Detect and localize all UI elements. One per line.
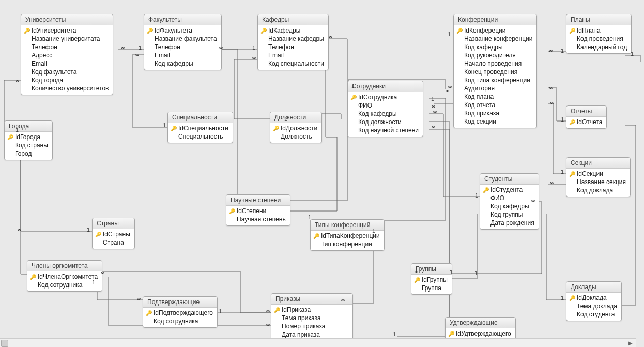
field[interactable]: Код секции: [454, 117, 536, 126]
field[interactable]: Страна: [93, 238, 134, 247]
field[interactable]: Телефон: [144, 43, 221, 51]
scrollbar-thumb[interactable]: [1, 340, 8, 347]
field[interactable]: Конец проведения: [454, 68, 536, 76]
primary-key-field[interactable]: 🔑IdДолжности: [270, 124, 321, 132]
table-title[interactable]: Сотрудники: [348, 81, 423, 92]
scrollbar-right-arrow[interactable]: ▶: [626, 339, 635, 347]
table-universities[interactable]: Университеты🔑IdУниверситетаНазвание унив…: [21, 14, 113, 95]
primary-key-field[interactable]: 🔑IdСтраны: [93, 230, 134, 238]
table-title[interactable]: Университеты: [21, 14, 113, 25]
table-reports[interactable]: Отчеты🔑IdОтчета: [566, 105, 607, 129]
field[interactable]: Научная степень: [226, 215, 290, 223]
table-countries[interactable]: Страны🔑IdСтраныСтрана: [92, 218, 135, 249]
table-title[interactable]: Подтверждающие: [143, 297, 217, 308]
table-title[interactable]: Приказы: [271, 294, 352, 305]
horizontal-scrollbar[interactable]: ▶: [0, 338, 636, 347]
field[interactable]: Должность: [270, 132, 321, 141]
field[interactable]: Дата рождения: [480, 219, 539, 227]
field[interactable]: Код факультета: [21, 68, 113, 76]
field[interactable]: Email: [258, 51, 328, 59]
table-sections[interactable]: Секции🔑IdСекцииНазвание секцияКод доклад…: [566, 157, 631, 197]
field[interactable]: Код кафедры: [348, 110, 423, 118]
field[interactable]: Код приказа: [454, 109, 536, 117]
table-title[interactable]: Секции: [566, 158, 630, 169]
field[interactable]: Код плана: [454, 93, 536, 101]
primary-key-field[interactable]: 🔑IdГорода: [5, 133, 52, 141]
field[interactable]: ФИО: [348, 101, 423, 110]
table-title[interactable]: Планы: [566, 14, 631, 25]
field[interactable]: Email: [144, 51, 221, 59]
table-plans[interactable]: Планы🔑IdПланаКод проведенияКалендарный г…: [566, 14, 632, 54]
table-degrees[interactable]: Научные степени🔑IdСтепениНаучная степень: [226, 194, 290, 226]
table-title[interactable]: Факультеты: [144, 14, 221, 25]
primary-key-field[interactable]: 🔑IdТипаКонференции: [311, 232, 384, 240]
table-positions[interactable]: Должности🔑IdДолжностиДолжность: [270, 112, 322, 143]
primary-key-field[interactable]: 🔑IdСотрудника: [348, 93, 423, 101]
field[interactable]: Код города: [21, 76, 113, 84]
field[interactable]: Название конференции: [454, 35, 536, 43]
field[interactable]: Код должности: [348, 118, 423, 126]
table-confirmers[interactable]: Подтверждающие🔑IdПодтверждающегоКод сотр…: [143, 296, 218, 328]
primary-key-field[interactable]: 🔑IdОтчета: [566, 118, 606, 126]
primary-key-field[interactable]: 🔑IdЧленаОргкомитета: [27, 273, 102, 281]
table-title[interactable]: Удтверждающие: [446, 318, 515, 328]
table-employees[interactable]: Сотрудники🔑IdСотрудникаФИОКод кафедрыКод…: [347, 81, 423, 137]
table-title[interactable]: Типы конференций: [311, 220, 384, 231]
table-title[interactable]: Страны: [93, 218, 134, 229]
field[interactable]: Начало проведения: [454, 59, 536, 68]
field[interactable]: Город: [5, 149, 52, 158]
table-title[interactable]: Должности: [270, 112, 321, 123]
field[interactable]: Телефон: [21, 43, 113, 51]
field[interactable]: Код группы: [480, 210, 539, 219]
field[interactable]: Код специальности: [258, 59, 328, 68]
field[interactable]: Код проведения: [566, 35, 631, 43]
primary-key-field[interactable]: 🔑IdСпециальности: [168, 124, 233, 132]
table-title[interactable]: Доклады: [566, 282, 621, 293]
primary-key-field[interactable]: 🔑IdСтудента: [480, 186, 539, 194]
field[interactable]: Название факультета: [144, 35, 221, 43]
table-title[interactable]: Научные степени: [226, 195, 290, 206]
primary-key-field[interactable]: 🔑IdСтепени: [226, 207, 290, 215]
table-title[interactable]: Группы: [411, 264, 452, 275]
field[interactable]: Тип конференции: [311, 240, 384, 248]
field[interactable]: Специальность: [168, 132, 233, 141]
primary-key-field[interactable]: 🔑IdПодтверждающего: [143, 309, 217, 317]
primary-key-field[interactable]: 🔑IdПлана: [566, 26, 631, 35]
primary-key-field[interactable]: 🔑IdУниверситета: [21, 26, 113, 35]
field[interactable]: Код кафедры: [480, 202, 539, 210]
field[interactable]: Название университата: [21, 35, 113, 43]
field[interactable]: Название секция: [566, 178, 630, 186]
primary-key-field[interactable]: 🔑IdГруппы: [411, 276, 452, 284]
field[interactable]: Группа: [411, 284, 452, 292]
field[interactable]: Дата приказа: [271, 330, 352, 339]
field[interactable]: Email: [21, 59, 113, 68]
table-papers[interactable]: Доклады🔑IdДокладаТема докладаКод студент…: [566, 281, 622, 321]
field[interactable]: Код кафедры: [144, 59, 221, 68]
table-groups[interactable]: Группы🔑IdГруппыГруппа: [411, 263, 452, 295]
table-students[interactable]: Студенты🔑IdСтудентаФИОКод кафедрыКод гру…: [480, 173, 539, 230]
table-cities[interactable]: Города🔑IdГородаКод страныГород: [4, 120, 53, 160]
field[interactable]: Код доклада: [566, 186, 630, 194]
primary-key-field[interactable]: 🔑IdДоклада: [566, 294, 621, 302]
primary-key-field[interactable]: 🔑IdКонфереции: [454, 26, 536, 35]
table-departments[interactable]: Кафедры🔑IdКафедрыНазвание кафедрыТелефон…: [257, 14, 329, 70]
table-title[interactable]: Города: [5, 121, 52, 132]
table-conftypes[interactable]: Типы конференций🔑IdТипаКонференцииТип ко…: [310, 219, 385, 251]
field[interactable]: Количество университетов: [21, 84, 113, 93]
field[interactable]: Телефон: [258, 43, 328, 51]
table-faculties[interactable]: Факультеты🔑IdФакультетаНазвание факульте…: [144, 14, 222, 70]
field[interactable]: Название кафедры: [258, 35, 328, 43]
table-committee[interactable]: Члены оргкомитета🔑IdЧленаОргкомитетаКод …: [27, 260, 102, 292]
table-conferences[interactable]: Конференции🔑IdКонферецииНазвание конфере…: [453, 14, 537, 128]
primary-key-field[interactable]: 🔑IdСекции: [566, 170, 630, 178]
field[interactable]: Код страны: [5, 141, 52, 149]
field[interactable]: Код отчета: [454, 101, 536, 109]
table-title[interactable]: Студенты: [480, 174, 539, 185]
table-title[interactable]: Конференции: [454, 14, 536, 25]
field[interactable]: Код научной степени: [348, 126, 423, 134]
table-title[interactable]: Специальности: [168, 112, 233, 123]
field[interactable]: Код сотрудника: [143, 317, 217, 325]
primary-key-field[interactable]: 🔑IdКафедры: [258, 26, 328, 35]
primary-key-field[interactable]: 🔑IdУдтверждающего: [446, 329, 515, 338]
field[interactable]: Код кафедры: [454, 43, 536, 51]
